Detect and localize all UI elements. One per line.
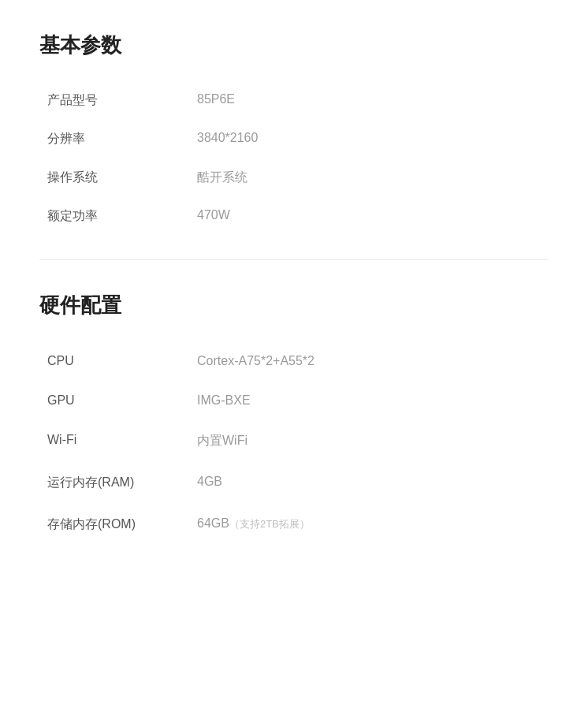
spec-value: 64GB（支持2TB拓展）: [197, 516, 549, 531]
spec-value: 内置WiFi: [197, 433, 549, 449]
page-container: 基本参数 产品型号85P6E分辨率3840*2160操作系统酷开系统额定功率47…: [0, 0, 588, 593]
spec-label: 操作系统: [39, 170, 197, 186]
spec-value: 4GB: [197, 475, 549, 489]
hardware-spec-row: CPUCortex-A75*2+A55*2: [39, 341, 549, 381]
hardware-config-title: 硬件配置: [39, 292, 549, 319]
basic-spec-row: 产品型号85P6E: [39, 81, 549, 120]
spec-value: 酷开系统: [197, 170, 549, 186]
section-divider: [39, 259, 549, 260]
hardware-spec-row: 存储内存(ROM)64GB（支持2TB拓展）: [39, 504, 549, 546]
hardware-spec-row: GPUIMG-BXE: [39, 381, 549, 420]
spec-label: 运行内存(RAM): [39, 475, 197, 491]
spec-value: 470W: [197, 208, 549, 222]
basic-spec-row: 额定功率470W: [39, 197, 549, 236]
spec-label: 产品型号: [39, 92, 197, 109]
hardware-config-section: 硬件配置 CPUCortex-A75*2+A55*2GPUIMG-BXEWi-F…: [39, 292, 549, 546]
spec-label: Wi-Fi: [39, 433, 197, 447]
spec-value: IMG-BXE: [197, 393, 549, 408]
basic-spec-row: 操作系统酷开系统: [39, 158, 549, 197]
hardware-spec-row: 运行内存(RAM)4GB: [39, 462, 549, 504]
basic-params-section: 基本参数 产品型号85P6E分辨率3840*2160操作系统酷开系统额定功率47…: [39, 32, 549, 236]
basic-params-title: 基本参数: [39, 32, 549, 59]
spec-value: Cortex-A75*2+A55*2: [197, 354, 549, 368]
spec-label: 分辨率: [39, 131, 197, 147]
spec-label: 存储内存(ROM): [39, 516, 197, 533]
hardware-spec-row: Wi-Fi内置WiFi: [39, 420, 549, 462]
spec-label: 额定功率: [39, 208, 197, 225]
spec-label: CPU: [39, 354, 197, 368]
spec-value-supplement: （支持2TB拓展）: [229, 518, 310, 530]
spec-value: 3840*2160: [197, 131, 549, 145]
spec-label: GPU: [39, 393, 197, 408]
hardware-config-table: CPUCortex-A75*2+A55*2GPUIMG-BXEWi-Fi内置Wi…: [39, 341, 549, 546]
basic-spec-row: 分辨率3840*2160: [39, 120, 549, 158]
basic-params-table: 产品型号85P6E分辨率3840*2160操作系统酷开系统额定功率470W: [39, 81, 549, 236]
spec-value: 85P6E: [197, 92, 549, 106]
